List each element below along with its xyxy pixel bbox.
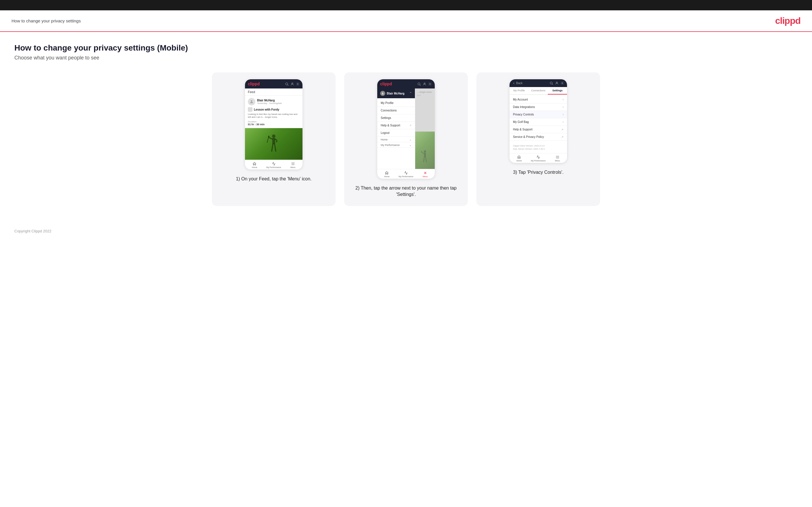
- version-line-1: Clippd Client Version: 2022.8.3-3: [513, 144, 564, 147]
- menu-item-help[interactable]: Help & Support ↗: [377, 122, 415, 129]
- nav-performance: My Performance: [264, 162, 284, 168]
- menu-item-connections[interactable]: Connections: [377, 107, 415, 114]
- overlay-area: ... longer irons. APP: [415, 89, 435, 169]
- tab-myprofile[interactable]: My Profile: [509, 87, 529, 95]
- menu-item-help-label: Help & Support: [381, 124, 400, 127]
- nav3-home-label: Home: [516, 160, 522, 162]
- nav2-home: Home: [377, 171, 397, 177]
- step-1-phone-header: clippd: [245, 79, 303, 89]
- header: How to change your privacy settings clip…: [0, 10, 812, 32]
- home-chevron-icon: ⌄: [409, 138, 411, 141]
- golfer-silhouette: [266, 134, 281, 160]
- menu-section-performance: My Performance ⌄: [377, 142, 415, 148]
- nav-home-label: Home: [252, 166, 257, 168]
- home-icon-3: [517, 155, 521, 159]
- step-2-phone-icons: [417, 82, 432, 86]
- menu-section-home: Home ⌄: [377, 137, 415, 142]
- menu-avatar: [380, 91, 385, 96]
- myaccount-chevron-icon: ›: [563, 98, 564, 101]
- user-icon-3: [555, 81, 559, 85]
- settings-item-privacy-policy[interactable]: Service & Privacy Policy ↗: [509, 133, 567, 141]
- step-3-phone: Back My Profile Connections Settings: [509, 79, 567, 163]
- lesson-title: Lesson with Fordy: [254, 108, 279, 111]
- menu-user-row: Blair McHarg ⌃: [377, 89, 415, 98]
- menu-item-logout[interactable]: Logout: [377, 129, 415, 137]
- settings-tabs: My Profile Connections Settings: [509, 87, 567, 95]
- overlay-golf-image: [415, 131, 435, 169]
- footer: Copyright Clippd 2022: [0, 223, 812, 239]
- menu-icon-3: [556, 155, 560, 159]
- settings-item-privacy[interactable]: Privacy Controls ›: [509, 111, 567, 118]
- settings-icon-2: [428, 82, 432, 86]
- search-icon-3: [550, 81, 553, 85]
- svg-point-4: [251, 100, 252, 102]
- step-1-caption: 1) On your Feed, tap the 'Menu' icon.: [236, 176, 311, 182]
- settings-item-golf-bag[interactable]: My Golf Bag ›: [509, 118, 567, 126]
- nav-menu: Menu: [283, 162, 303, 168]
- logo: clippd: [775, 15, 801, 26]
- settings-list: My Account › Data Integrations › Privacy…: [509, 95, 567, 142]
- nav3-performance-label: My Performance: [531, 160, 546, 162]
- top-bar: [0, 0, 812, 10]
- ext-icon-help: ↗: [409, 124, 411, 127]
- golf-bag-chevron-icon: ›: [563, 120, 564, 123]
- menu-item-myprofile[interactable]: My Profile: [377, 99, 415, 107]
- svg-point-21: [556, 82, 557, 83]
- tab-settings[interactable]: Settings: [548, 87, 567, 95]
- nav2-performance-label: My Performance: [399, 175, 413, 177]
- menu-section-performance-label: My Performance: [381, 144, 400, 147]
- overlay-feed-content: ... longer irons. APP: [415, 89, 435, 100]
- step-1-phone: clippd Feed Blai: [245, 79, 303, 169]
- lesson-icon: [248, 107, 252, 112]
- menu-panel: Blair McHarg ⌃ My Profile Connections: [377, 89, 415, 169]
- home-icon-2: [385, 171, 389, 175]
- menu-item-settings[interactable]: Settings: [377, 114, 415, 122]
- nav2-performance: My Performance: [397, 171, 416, 177]
- step-2-menu-area: Blair McHarg ⌃ My Profile Connections: [377, 89, 435, 169]
- overlay-text: ... longer irons.: [417, 91, 433, 93]
- svg-point-22: [562, 83, 563, 83]
- settings-item-data-integrations[interactable]: Data Integrations ›: [509, 103, 567, 111]
- svg-point-15: [424, 150, 426, 153]
- settings-item-myaccount[interactable]: My Account ›: [509, 96, 567, 103]
- nav2-menu-label: Menu: [423, 175, 428, 177]
- settings-item-data-integrations-label: Data Integrations: [513, 105, 535, 109]
- duration-value: 01 hr : 30 min: [248, 123, 300, 126]
- menu-item-connections-label: Connections: [381, 109, 397, 112]
- settings-item-help-label: Help & Support: [513, 128, 532, 131]
- feed-tab: Feed: [245, 89, 303, 96]
- feed-content: Blair McHarg Yesterday · Sunningdale Les…: [245, 96, 303, 128]
- nav2-close: Menu: [415, 171, 435, 177]
- svg-point-3: [297, 83, 298, 84]
- svg-point-0: [286, 83, 288, 85]
- page-subheading: Choose what you want people to see: [14, 55, 798, 61]
- step-3-back-header: Back: [509, 79, 567, 87]
- nav3-menu: Menu: [548, 155, 567, 162]
- close-icon-2: [423, 171, 427, 175]
- settings-item-myaccount-label: My Account: [513, 98, 528, 101]
- ext-icon-help-3: ↗: [561, 128, 564, 131]
- feed-user-row: Blair McHarg Yesterday · Sunningdale: [248, 98, 300, 105]
- lesson-desc: Looking to feel like my hands are exitin…: [248, 113, 300, 119]
- version-line-2: GQL Server Version: 2022.7.30-1: [513, 147, 564, 151]
- menu-user-info: Blair McHarg: [380, 91, 405, 96]
- svg-point-14: [382, 93, 383, 93]
- tab-connections[interactable]: Connections: [529, 87, 548, 95]
- step-1-phone-nav: Home My Performance Menu: [245, 160, 303, 169]
- settings-version: Clippd Client Version: 2022.8.3-3 GQL Se…: [509, 142, 567, 153]
- overlay-golfer: [420, 149, 430, 169]
- lesson-row: Lesson with Fordy: [248, 107, 300, 112]
- back-arrow-icon: [512, 82, 515, 85]
- step-3-caption: 3) Tap 'Privacy Controls'.: [513, 169, 564, 175]
- step-3-card: Back My Profile Connections Settings: [476, 72, 600, 206]
- settings-icon: [296, 82, 300, 86]
- settings-item-help[interactable]: Help & Support ↗: [509, 126, 567, 133]
- step-1-logo: clippd: [248, 81, 260, 86]
- menu-icon: [291, 162, 295, 166]
- back-button[interactable]: Back: [512, 81, 522, 85]
- menu-item-logout-label: Logout: [381, 131, 390, 134]
- nav-performance-label: My Performance: [266, 166, 281, 168]
- search-icon: [285, 82, 289, 86]
- step-3-phone-nav: Home My Performance Menu: [509, 153, 567, 163]
- feed-avatar: [248, 98, 255, 105]
